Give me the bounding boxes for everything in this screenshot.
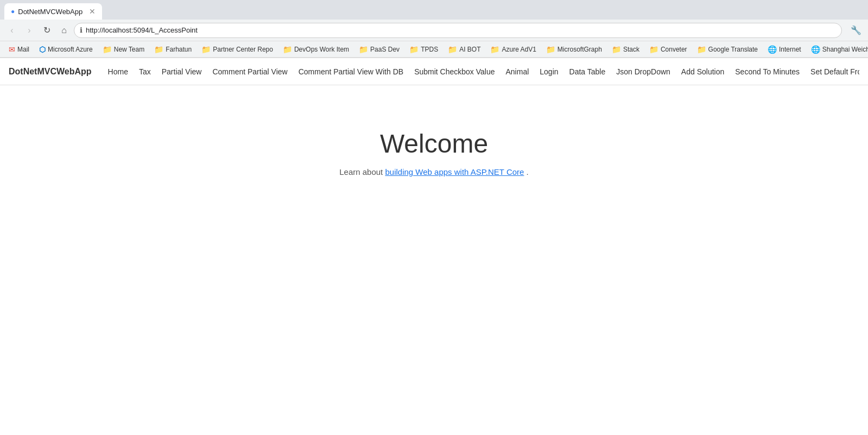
folder-icon: 📁: [612, 45, 621, 54]
bookmark-mail[interactable]: ✉ Mail: [4, 43, 34, 55]
globe-icon: 🌐: [811, 45, 820, 54]
bookmark-label: Partner Center Repo: [213, 46, 273, 53]
tab-title: DotNetMVCWebApp: [18, 8, 83, 16]
nav-bar: ‹ › ↻ ⌂ ℹ 🔧: [0, 20, 868, 41]
nav-set-default-enum[interactable]: Set Default From Enum: [805, 58, 859, 85]
folder-icon: 📁: [154, 45, 163, 54]
folder-icon: 📁: [649, 45, 658, 54]
bookmark-label: Farhatun: [166, 46, 192, 53]
browser-chrome: ● DotNetMVCWebApp ✕ ‹ › ↻ ⌂ ℹ 🔧 ✉ Mail ⬡…: [0, 0, 868, 58]
nav-json-dropdown[interactable]: Json DropDown: [611, 58, 676, 85]
nav-second-to-minutes[interactable]: Second To Minutes: [730, 58, 805, 85]
tab-favicon: ●: [11, 8, 15, 15]
bookmark-azure-adv1[interactable]: 📁 Azure AdV1: [486, 43, 540, 55]
folder-icon: 📁: [697, 45, 706, 54]
nav-comment-partial-view-db[interactable]: Comment Partial View With DB: [293, 58, 409, 85]
bookmark-label: Google Translate: [708, 46, 758, 53]
bookmark-label: DevOps Work Item: [294, 46, 349, 53]
bookmark-label: Internet: [779, 46, 801, 53]
bookmark-azure[interactable]: ⬡ Microsoft Azure: [35, 43, 97, 55]
lock-icon: ℹ: [80, 26, 83, 34]
azure-icon: ⬡: [39, 45, 46, 54]
folder-icon: 📁: [448, 45, 457, 54]
folder-icon: 📁: [359, 45, 368, 54]
bookmarks-bar: ✉ Mail ⬡ Microsoft Azure 📁 New Team 📁 Fa…: [0, 41, 868, 58]
nav-animal[interactable]: Animal: [500, 58, 535, 85]
bookmark-partner-center[interactable]: 📁 Partner Center Repo: [197, 43, 277, 55]
nav-login[interactable]: Login: [534, 58, 563, 85]
welcome-text-suffix: .: [527, 167, 529, 176]
nav-add-solution[interactable]: Add Solution: [676, 58, 730, 85]
app-navbar: DotNetMVCWebApp Home Tax Partial View Co…: [0, 58, 868, 85]
welcome-text-prefix: Learn about: [339, 167, 385, 176]
folder-icon: 📁: [409, 45, 419, 54]
forward-button[interactable]: ›: [22, 23, 37, 38]
bookmark-conveter[interactable]: 📁 Conveter: [645, 43, 692, 55]
bookmark-tpds[interactable]: 📁 TPDS: [405, 43, 442, 55]
bookmark-label: New Team: [114, 46, 144, 53]
reload-button[interactable]: ↻: [39, 23, 54, 38]
tab-close-icon[interactable]: ✕: [89, 7, 96, 16]
bookmark-label: TPDS: [421, 46, 438, 53]
bookmark-label: Azure AdV1: [502, 46, 536, 53]
welcome-link[interactable]: building Web apps with ASP.NET Core: [385, 167, 524, 176]
bookmark-label: PaaS Dev: [370, 46, 400, 53]
nav-home[interactable]: Home: [103, 58, 134, 85]
app-nav-links: Home Tax Partial View Comment Partial Vi…: [103, 58, 859, 85]
welcome-subtitle: Learn about building Web apps with ASP.N…: [339, 167, 529, 176]
bookmark-label: Mail: [17, 46, 29, 53]
bookmark-msgraph[interactable]: 📁 MicrosoftGraph: [542, 43, 606, 55]
folder-icon: 📁: [490, 45, 499, 54]
nav-partial-view[interactable]: Partial View: [156, 58, 207, 85]
globe-icon: 🌐: [768, 45, 777, 54]
back-button[interactable]: ‹: [4, 23, 20, 38]
bookmark-new-team[interactable]: 📁 New Team: [98, 43, 149, 55]
nav-tax[interactable]: Tax: [134, 58, 156, 85]
url-input[interactable]: [86, 26, 836, 34]
bookmark-label: Stack: [623, 46, 639, 53]
active-tab[interactable]: ● DotNetMVCWebApp ✕: [4, 3, 102, 20]
bookmark-ai-bot[interactable]: 📁 AI BOT: [443, 43, 485, 55]
welcome-title: Welcome: [380, 129, 488, 159]
home-button[interactable]: ⌂: [56, 23, 72, 38]
nav-comment-partial-view[interactable]: Comment Partial View: [207, 58, 293, 85]
address-bar[interactable]: ℹ: [74, 23, 842, 38]
bookmark-farhatun[interactable]: 📁 Farhatun: [150, 43, 196, 55]
main-content: Welcome Learn about building Web apps wi…: [0, 85, 868, 176]
folder-icon: 📁: [103, 45, 112, 54]
nav-data-table[interactable]: Data Table: [564, 58, 611, 85]
bookmark-devops[interactable]: 📁 DevOps Work Item: [278, 43, 353, 55]
extensions-icon[interactable]: 🔧: [848, 23, 864, 38]
nav-submit-checkbox[interactable]: Submit Checkbox Value: [409, 58, 500, 85]
bookmark-paas-dev[interactable]: 📁 PaaS Dev: [354, 43, 404, 55]
bookmark-google-translate[interactable]: 📁 Google Translate: [693, 43, 762, 55]
folder-icon: 📁: [201, 45, 211, 54]
bookmark-label: Microsoft Azure: [48, 46, 93, 53]
bookmark-shanghai[interactable]: 🌐 Shanghai Weich: [807, 43, 868, 55]
bookmark-stack[interactable]: 📁 Stack: [607, 43, 644, 55]
bookmark-internet[interactable]: 🌐 Internet: [763, 43, 806, 55]
folder-icon: 📁: [283, 45, 292, 54]
bookmark-label: AI BOT: [459, 46, 480, 53]
extensions-area: 🔧: [848, 23, 864, 38]
bookmark-label: Conveter: [661, 46, 687, 53]
mail-icon: ✉: [9, 45, 15, 54]
tab-bar: ● DotNetMVCWebApp ✕: [0, 0, 868, 20]
bookmark-label: MicrosoftGraph: [557, 46, 602, 53]
folder-icon: 📁: [546, 45, 555, 54]
app-brand: DotNetMVCWebApp: [9, 67, 92, 77]
bookmark-label: Shanghai Weich: [822, 46, 868, 53]
